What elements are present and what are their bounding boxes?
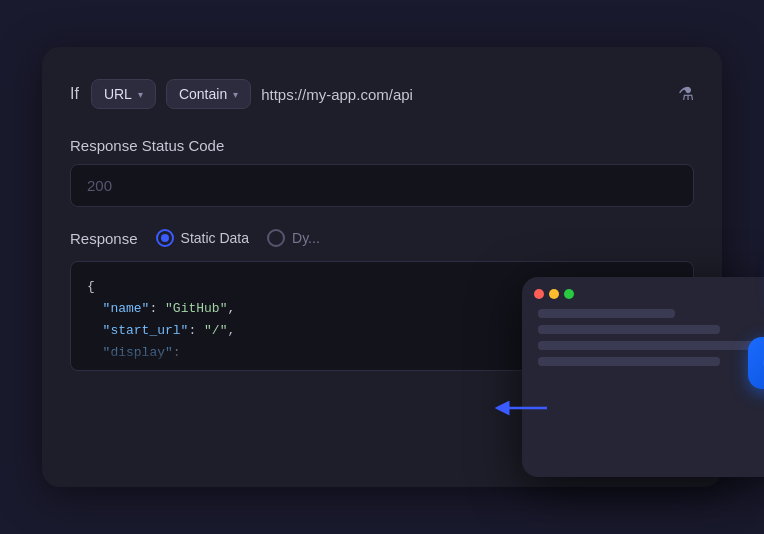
status-code-section-label: Response Status Code <box>70 137 694 154</box>
maximize-dot <box>564 289 574 299</box>
response-row: Response Static Data Dy... <box>70 229 694 247</box>
url-dropdown[interactable]: URL ▾ <box>91 79 156 109</box>
static-data-radio[interactable]: Static Data <box>156 229 249 247</box>
contain-dropdown-label: Contain <box>179 86 227 102</box>
popup-line-4 <box>538 357 720 366</box>
arrow-connector <box>492 393 552 427</box>
minimize-dot <box>549 289 559 299</box>
arrow-svg <box>492 393 552 423</box>
popup-window-bar <box>534 289 764 299</box>
if-label: If <box>70 85 79 103</box>
popup-line-3 <box>538 341 764 350</box>
popup-content-lines <box>534 309 764 366</box>
url-dropdown-label: URL <box>104 86 132 102</box>
url-chevron-icon: ▾ <box>138 89 143 100</box>
contain-chevron-icon: ▾ <box>233 89 238 100</box>
static-data-radio-circle <box>156 229 174 247</box>
beaker-icon[interactable]: ⚗ <box>678 83 694 105</box>
dynamic-radio[interactable]: Dy... <box>267 229 320 247</box>
popup-line-2 <box>538 325 720 334</box>
popup-card: ⬡ D <box>522 277 764 477</box>
url-input[interactable] <box>261 86 668 103</box>
if-row: If URL ▾ Contain ▾ ⚗ <box>70 79 694 109</box>
close-dot <box>534 289 544 299</box>
status-code-placeholder: 200 <box>87 177 112 194</box>
popup-line-1 <box>538 309 675 318</box>
contain-dropdown[interactable]: Contain ▾ <box>166 79 251 109</box>
response-label: Response <box>70 230 138 247</box>
dynamic-label: Dy... <box>292 230 320 246</box>
dynamic-radio-circle <box>267 229 285 247</box>
main-card: If URL ▾ Contain ▾ ⚗ Response Status Cod… <box>42 47 722 487</box>
static-data-label: Static Data <box>181 230 249 246</box>
status-code-input[interactable]: 200 <box>70 164 694 207</box>
plugin-icon[interactable]: ⬡ D <box>748 337 764 389</box>
